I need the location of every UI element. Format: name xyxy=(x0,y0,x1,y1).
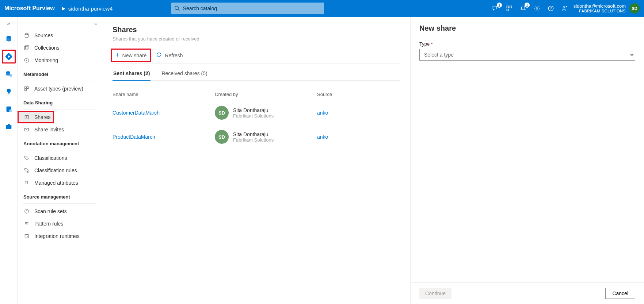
sources-icon xyxy=(23,32,30,39)
table-header: Share name Created by Source xyxy=(113,88,400,101)
top-header: Microsoft Purview ▶ sidontha-purview4 1 … xyxy=(0,0,644,17)
rail-data-map[interactable] xyxy=(2,50,16,64)
share-link[interactable]: CustomerDataMarch xyxy=(113,110,160,116)
col-source[interactable]: Source xyxy=(317,92,400,97)
support-icon[interactable] xyxy=(561,5,568,12)
integration-runtimes-icon xyxy=(23,233,30,239)
cancel-button[interactable]: Cancel xyxy=(605,288,635,299)
creator-org: Fabrikam Solutions xyxy=(233,113,274,119)
svg-point-23 xyxy=(26,60,27,61)
pattern-rules-icon xyxy=(23,220,30,227)
rail-data-estate[interactable] xyxy=(2,67,16,81)
nav-shares[interactable]: Shares xyxy=(18,111,54,123)
notifications-icon[interactable]: 1 xyxy=(519,5,527,12)
page-subtitle: Shares that you have created or received… xyxy=(113,36,400,42)
settings-icon[interactable] xyxy=(533,5,541,12)
account-org: FABRIKAM SOLUTIONS xyxy=(579,9,626,14)
collapse-nav-icon[interactable]: « xyxy=(18,20,102,29)
nav-label: Scan rule sets xyxy=(34,208,67,214)
svg-point-19 xyxy=(25,33,28,35)
source-link[interactable]: anko xyxy=(317,134,328,140)
nav-label: Sources xyxy=(34,32,53,38)
svg-rect-14 xyxy=(8,94,9,95)
nav-label: Integration runtimes xyxy=(34,233,80,239)
svg-point-5 xyxy=(536,8,538,9)
svg-rect-18 xyxy=(8,124,10,126)
nav-classification-rules[interactable]: Classification rules xyxy=(18,164,102,177)
classifications-icon xyxy=(23,155,30,161)
nav-label: Shares xyxy=(34,114,50,120)
nav-managed-attributes[interactable]: Managed attributes xyxy=(18,177,102,189)
svg-rect-21 xyxy=(26,46,29,49)
nav-scan-rule-sets[interactable]: Scan rule sets xyxy=(18,205,102,218)
svg-rect-3 xyxy=(510,6,511,8)
section-data-sharing: Data Sharing xyxy=(18,95,102,108)
nav-label: Asset types (preview) xyxy=(34,86,83,92)
directory-icon[interactable] xyxy=(506,5,513,12)
tab-sent-shares[interactable]: Sent shares (2) xyxy=(113,68,150,81)
col-created-by[interactable]: Created by xyxy=(215,92,317,97)
svg-rect-20 xyxy=(24,46,28,50)
left-rail: » xyxy=(0,17,18,304)
feedback-badge: 1 xyxy=(497,3,502,8)
continue-button[interactable]: Continue xyxy=(419,288,451,299)
svg-point-38 xyxy=(27,236,28,237)
refresh-button[interactable]: Refresh xyxy=(153,50,186,60)
nav-label: Share invites xyxy=(34,127,64,132)
breadcrumb-account[interactable]: sidontha-purview4 xyxy=(68,5,113,12)
toolbar: + New share Refresh xyxy=(113,47,400,64)
svg-rect-4 xyxy=(507,9,508,11)
nav-collections[interactable]: Collections xyxy=(18,42,102,54)
svg-point-37 xyxy=(26,235,26,236)
expand-rail-icon[interactable]: » xyxy=(7,20,10,26)
search-input[interactable] xyxy=(171,3,324,14)
nav-classifications[interactable]: Classifications xyxy=(18,152,102,164)
section-annotation: Annotation management xyxy=(18,136,102,149)
creator-avatar: SD xyxy=(215,130,229,144)
refresh-label: Refresh xyxy=(165,53,183,58)
rail-policy[interactable] xyxy=(2,102,16,116)
rail-data-catalog[interactable] xyxy=(2,32,16,46)
nav-share-invites[interactable]: Share invites xyxy=(18,123,102,136)
header-icons: 1 1 xyxy=(492,5,568,12)
shares-list-pane: Shares Shares that you have created or r… xyxy=(102,17,410,304)
collections-icon xyxy=(23,45,30,51)
svg-rect-25 xyxy=(25,87,27,89)
svg-rect-17 xyxy=(6,125,11,129)
nav-pattern-rules[interactable]: Pattern rules xyxy=(18,218,102,230)
svg-rect-27 xyxy=(25,89,27,91)
new-share-button[interactable]: + New share xyxy=(113,50,149,61)
nav-integration-runtimes[interactable]: Integration runtimes xyxy=(18,230,102,242)
avatar[interactable]: SD xyxy=(629,3,640,14)
help-icon[interactable] xyxy=(547,5,555,12)
feedback-icon[interactable]: 1 xyxy=(492,5,499,12)
asset-types-icon xyxy=(23,85,30,92)
nav-sources[interactable]: Sources xyxy=(18,29,102,42)
nav-label: Classification rules xyxy=(34,168,77,173)
managed-attributes-icon xyxy=(23,180,30,186)
type-select[interactable]: Select a type xyxy=(419,49,635,61)
share-link[interactable]: ProductDataMarch xyxy=(113,134,155,140)
svg-rect-36 xyxy=(25,234,28,238)
source-link[interactable]: anko xyxy=(317,110,328,116)
account-block[interactable]: sidontha@microsoft.com FABRIKAM SOLUTION… xyxy=(573,3,626,14)
new-share-panel: New share Type * Select a type Continue … xyxy=(410,17,644,304)
col-share-name[interactable]: Share name xyxy=(113,92,215,97)
table-row: CustomerDataMarch SD Sita Dontharaju Fab… xyxy=(113,101,400,125)
nav-label: Classifications xyxy=(34,155,67,161)
share-invites-icon xyxy=(23,126,30,133)
rail-insights[interactable] xyxy=(2,85,16,99)
nav-monitoring[interactable]: Monitoring xyxy=(18,54,102,66)
page-title: Shares xyxy=(113,26,400,34)
svg-rect-2 xyxy=(507,6,508,8)
panel-footer: Continue Cancel xyxy=(411,282,644,304)
rail-management[interactable] xyxy=(2,120,16,134)
nav-asset-types[interactable]: Asset types (preview) xyxy=(18,82,102,95)
svg-point-7 xyxy=(550,9,551,10)
monitoring-icon xyxy=(23,57,30,64)
type-label: Type * xyxy=(419,41,635,47)
share-tabs: Sent shares (2) Received shares (5) xyxy=(113,64,400,81)
section-source-management: Source management xyxy=(18,189,102,202)
tab-received-shares[interactable]: Received shares (5) xyxy=(161,68,208,81)
svg-point-13 xyxy=(9,74,12,77)
